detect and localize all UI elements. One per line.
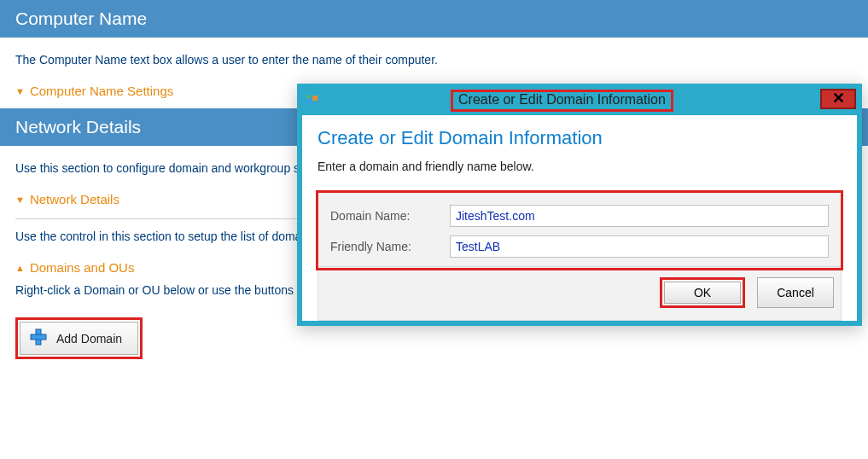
cancel-button[interactable]: Cancel <box>757 277 834 308</box>
close-icon: ✕ <box>832 90 845 107</box>
svg-rect-1 <box>31 334 46 340</box>
dialog-form-area: Domain Name: Friendly Name: OK Cancel <box>317 192 842 321</box>
plus-icon <box>29 328 48 349</box>
dialog-title-highlight: Create or Edit Domain Information <box>451 90 673 112</box>
dialog-create-edit-domain: Create or Edit Domain Information ✕ Crea… <box>297 84 862 326</box>
collapsible-label: Computer Name Settings <box>30 84 173 98</box>
dialog-title: Create or Edit Domain Information <box>458 92 666 107</box>
computer-name-description: The Computer Name text box allows a user… <box>15 53 853 67</box>
form-row-friendly: Friendly Name: <box>330 235 829 258</box>
dialog-body: Create or Edit Domain Information Enter … <box>298 115 861 325</box>
section-header-computer-name: Computer Name <box>0 0 868 38</box>
svg-rect-3 <box>312 96 317 101</box>
add-domain-button[interactable]: Add Domain <box>20 322 138 355</box>
add-domain-label: Add Domain <box>56 332 122 346</box>
collapsible-label: Domains and OUs <box>30 260 135 275</box>
chevron-down-icon: ▼ <box>15 86 25 96</box>
svg-point-4 <box>306 95 310 98</box>
dialog-button-row: OK Cancel <box>318 266 841 320</box>
friendly-name-label: Friendly Name: <box>330 240 450 253</box>
dialog-titlebar[interactable]: Create or Edit Domain Information ✕ <box>298 84 861 115</box>
domain-name-label: Domain Name: <box>330 209 450 223</box>
form-highlight <box>316 190 843 270</box>
domain-name-input[interactable] <box>450 205 829 227</box>
app-icon <box>305 92 320 107</box>
collapsible-label: Network Details <box>30 192 119 206</box>
friendly-name-input[interactable] <box>450 235 829 258</box>
form-row-domain: Domain Name: <box>330 205 829 227</box>
dialog-subtitle: Enter a domain and friendly name below. <box>317 160 842 173</box>
close-button[interactable]: ✕ <box>820 89 856 109</box>
chevron-down-icon: ▼ <box>15 195 25 205</box>
svg-rect-2 <box>306 99 312 104</box>
dialog-heading: Create or Edit Domain Information <box>317 127 842 149</box>
add-domain-highlight: Add Domain <box>15 317 143 359</box>
ok-button[interactable]: OK <box>664 282 741 304</box>
ok-button-highlight: OK <box>660 277 745 308</box>
chevron-up-icon: ▲ <box>15 263 25 273</box>
